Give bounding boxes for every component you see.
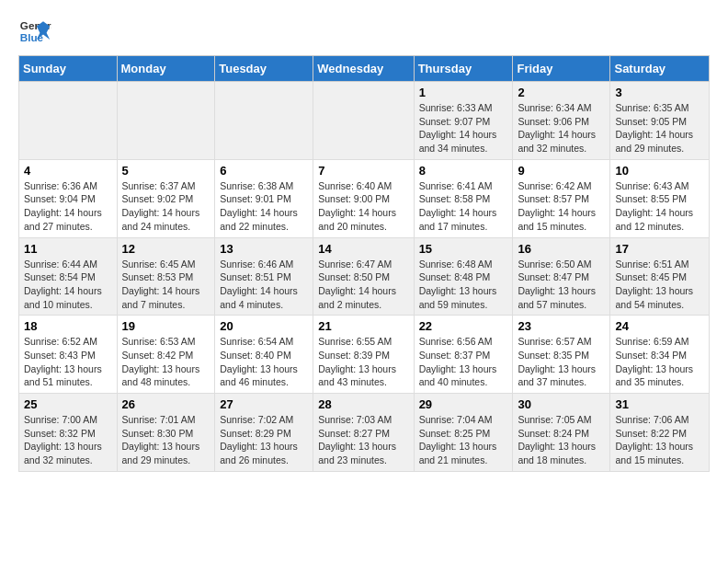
day-number: 18	[24, 319, 112, 333]
calendar-cell: 28Sunrise: 7:03 AM Sunset: 8:27 PM Dayli…	[313, 394, 414, 472]
day-number: 7	[318, 164, 408, 178]
calendar-cell: 17Sunrise: 6:51 AM Sunset: 8:45 PM Dayli…	[610, 237, 710, 316]
day-info: Sunrise: 6:44 AM Sunset: 8:54 PM Dayligh…	[24, 258, 112, 312]
day-info: Sunrise: 7:05 AM Sunset: 8:24 PM Dayligh…	[518, 413, 605, 467]
day-info: Sunrise: 7:06 AM Sunset: 8:22 PM Dayligh…	[615, 413, 704, 467]
day-number: 4	[24, 164, 112, 178]
day-number: 31	[615, 397, 704, 411]
day-info: Sunrise: 6:46 AM Sunset: 8:51 PM Dayligh…	[220, 258, 308, 312]
day-info: Sunrise: 7:02 AM Sunset: 8:29 PM Dayligh…	[220, 413, 308, 467]
day-number: 29	[419, 397, 508, 411]
logo-icon: General Blue	[18, 15, 51, 48]
week-row-5: 25Sunrise: 7:00 AM Sunset: 8:32 PM Dayli…	[19, 394, 710, 472]
weekday-header-wednesday: Wednesday	[313, 56, 414, 82]
logo: General Blue	[18, 15, 51, 48]
day-info: Sunrise: 6:40 AM Sunset: 9:00 PM Dayligh…	[318, 179, 408, 234]
day-info: Sunrise: 6:47 AM Sunset: 8:50 PM Dayligh…	[318, 258, 408, 312]
week-row-4: 18Sunrise: 6:52 AM Sunset: 8:43 PM Dayli…	[19, 316, 710, 394]
weekday-header-monday: Monday	[117, 56, 215, 82]
day-info: Sunrise: 6:38 AM Sunset: 9:01 PM Dayligh…	[220, 179, 308, 234]
weekday-header-friday: Friday	[513, 56, 610, 82]
weekday-header-tuesday: Tuesday	[215, 56, 313, 82]
calendar-cell: 29Sunrise: 7:04 AM Sunset: 8:25 PM Dayli…	[414, 394, 513, 472]
day-number: 27	[220, 397, 308, 411]
calendar-body: 1Sunrise: 6:33 AM Sunset: 9:07 PM Daylig…	[19, 82, 710, 472]
day-info: Sunrise: 6:43 AM Sunset: 8:55 PM Dayligh…	[615, 179, 704, 234]
day-info: Sunrise: 6:34 AM Sunset: 9:06 PM Dayligh…	[518, 101, 605, 155]
day-info: Sunrise: 6:42 AM Sunset: 8:57 PM Dayligh…	[518, 179, 605, 234]
calendar-cell: 3Sunrise: 6:35 AM Sunset: 9:05 PM Daylig…	[610, 82, 710, 160]
week-row-1: 1Sunrise: 6:33 AM Sunset: 9:07 PM Daylig…	[19, 82, 710, 160]
calendar-cell: 26Sunrise: 7:01 AM Sunset: 8:30 PM Dayli…	[117, 394, 215, 472]
day-info: Sunrise: 7:01 AM Sunset: 8:30 PM Dayligh…	[122, 413, 210, 467]
day-number: 23	[518, 319, 605, 333]
calendar-cell: 27Sunrise: 7:02 AM Sunset: 8:29 PM Dayli…	[215, 394, 313, 472]
weekday-header-thursday: Thursday	[414, 56, 513, 82]
week-row-2: 4Sunrise: 6:36 AM Sunset: 9:04 PM Daylig…	[19, 159, 710, 237]
calendar-cell	[313, 82, 414, 160]
day-info: Sunrise: 7:03 AM Sunset: 8:27 PM Dayligh…	[318, 413, 408, 467]
calendar-cell: 13Sunrise: 6:46 AM Sunset: 8:51 PM Dayli…	[215, 237, 313, 316]
calendar-cell: 15Sunrise: 6:48 AM Sunset: 8:48 PM Dayli…	[414, 237, 513, 316]
calendar-cell: 9Sunrise: 6:42 AM Sunset: 8:57 PM Daylig…	[513, 159, 610, 237]
day-info: Sunrise: 7:00 AM Sunset: 8:32 PM Dayligh…	[24, 413, 112, 467]
day-info: Sunrise: 7:04 AM Sunset: 8:25 PM Dayligh…	[419, 413, 508, 467]
day-number: 3	[615, 86, 704, 99]
day-info: Sunrise: 6:52 AM Sunset: 8:43 PM Dayligh…	[24, 335, 112, 389]
calendar-cell: 21Sunrise: 6:55 AM Sunset: 8:39 PM Dayli…	[313, 316, 414, 394]
calendar-cell: 1Sunrise: 6:33 AM Sunset: 9:07 PM Daylig…	[414, 82, 513, 160]
day-number: 1	[419, 86, 508, 99]
day-number: 12	[122, 242, 210, 256]
calendar-table: SundayMondayTuesdayWednesdayThursdayFrid…	[18, 55, 710, 472]
calendar-cell: 16Sunrise: 6:50 AM Sunset: 8:47 PM Dayli…	[513, 237, 610, 316]
calendar-cell: 8Sunrise: 6:41 AM Sunset: 8:58 PM Daylig…	[414, 159, 513, 237]
calendar-cell: 7Sunrise: 6:40 AM Sunset: 9:00 PM Daylig…	[313, 159, 414, 237]
calendar-cell: 25Sunrise: 7:00 AM Sunset: 8:32 PM Dayli…	[19, 394, 118, 472]
calendar-cell	[117, 82, 215, 160]
day-number: 14	[318, 242, 408, 256]
day-number: 16	[518, 242, 605, 256]
page-header: General Blue	[18, 15, 710, 48]
calendar-cell	[215, 82, 313, 160]
day-number: 21	[318, 319, 408, 333]
day-number: 11	[24, 242, 112, 256]
day-info: Sunrise: 6:45 AM Sunset: 8:53 PM Dayligh…	[122, 258, 210, 312]
calendar-cell: 5Sunrise: 6:37 AM Sunset: 9:02 PM Daylig…	[117, 159, 215, 237]
calendar-cell: 11Sunrise: 6:44 AM Sunset: 8:54 PM Dayli…	[19, 237, 118, 316]
day-info: Sunrise: 6:50 AM Sunset: 8:47 PM Dayligh…	[518, 258, 605, 312]
day-info: Sunrise: 6:53 AM Sunset: 8:42 PM Dayligh…	[122, 335, 210, 389]
day-number: 15	[419, 242, 508, 256]
day-info: Sunrise: 6:48 AM Sunset: 8:48 PM Dayligh…	[419, 258, 508, 312]
calendar-cell: 23Sunrise: 6:57 AM Sunset: 8:35 PM Dayli…	[513, 316, 610, 394]
day-number: 8	[419, 164, 508, 178]
calendar-cell: 14Sunrise: 6:47 AM Sunset: 8:50 PM Dayli…	[313, 237, 414, 316]
day-number: 28	[318, 397, 408, 411]
day-number: 22	[419, 319, 508, 333]
day-info: Sunrise: 6:57 AM Sunset: 8:35 PM Dayligh…	[518, 335, 605, 389]
weekday-header-saturday: Saturday	[610, 56, 710, 82]
calendar-cell: 10Sunrise: 6:43 AM Sunset: 8:55 PM Dayli…	[610, 159, 710, 237]
calendar-cell: 19Sunrise: 6:53 AM Sunset: 8:42 PM Dayli…	[117, 316, 215, 394]
day-number: 5	[122, 164, 210, 178]
day-number: 19	[122, 319, 210, 333]
day-info: Sunrise: 6:33 AM Sunset: 9:07 PM Dayligh…	[419, 101, 508, 155]
calendar-cell: 24Sunrise: 6:59 AM Sunset: 8:34 PM Dayli…	[610, 316, 710, 394]
day-info: Sunrise: 6:35 AM Sunset: 9:05 PM Dayligh…	[615, 101, 704, 155]
calendar-cell: 4Sunrise: 6:36 AM Sunset: 9:04 PM Daylig…	[19, 159, 118, 237]
day-number: 20	[220, 319, 308, 333]
calendar-cell: 12Sunrise: 6:45 AM Sunset: 8:53 PM Dayli…	[117, 237, 215, 316]
day-number: 25	[24, 397, 112, 411]
day-number: 17	[615, 242, 704, 256]
day-number: 2	[518, 86, 605, 99]
weekday-header-sunday: Sunday	[19, 56, 118, 82]
day-number: 24	[615, 319, 704, 333]
calendar-cell: 2Sunrise: 6:34 AM Sunset: 9:06 PM Daylig…	[513, 82, 610, 160]
calendar-cell: 22Sunrise: 6:56 AM Sunset: 8:37 PM Dayli…	[414, 316, 513, 394]
day-info: Sunrise: 6:55 AM Sunset: 8:39 PM Dayligh…	[318, 335, 408, 389]
day-number: 26	[122, 397, 210, 411]
calendar-cell: 18Sunrise: 6:52 AM Sunset: 8:43 PM Dayli…	[19, 316, 118, 394]
week-row-3: 11Sunrise: 6:44 AM Sunset: 8:54 PM Dayli…	[19, 237, 710, 316]
day-info: Sunrise: 6:59 AM Sunset: 8:34 PM Dayligh…	[615, 335, 704, 389]
day-number: 13	[220, 242, 308, 256]
day-number: 6	[220, 164, 308, 178]
